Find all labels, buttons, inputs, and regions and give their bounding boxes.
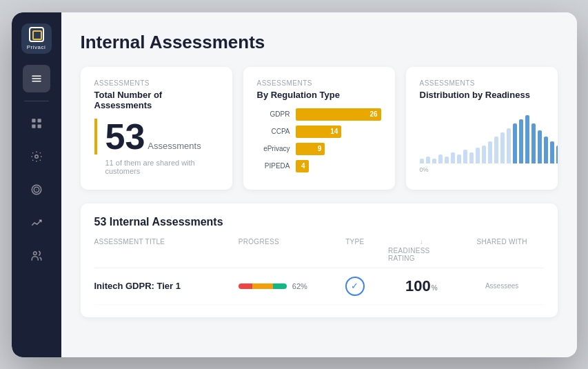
- reg-card-title: By Regulation Type: [257, 90, 381, 100]
- regulation-bars: GDPR 26 CCPA 14 ePrivacy 9 PIPEDA: [257, 108, 381, 172]
- bar-track: 9: [296, 143, 381, 155]
- svg-point-10: [36, 189, 37, 190]
- sidebar-item-target[interactable]: [23, 176, 50, 203]
- bar-track: 26: [296, 108, 381, 121]
- sidebar-item-grid[interactable]: [23, 110, 50, 137]
- progress-seg-yellow: [252, 283, 273, 289]
- dist-bar: [507, 128, 511, 163]
- bar-value: 9: [318, 145, 322, 152]
- bar-track: 4: [296, 160, 381, 172]
- dist-bar: [494, 137, 498, 163]
- bar-fill: 14: [296, 126, 342, 138]
- total-number-row: 53 Assessments: [94, 119, 219, 154]
- th-type: Type: [327, 238, 383, 262]
- total-subtext: 11 of them are shared with customers: [94, 159, 219, 175]
- svg-rect-0: [32, 75, 41, 77]
- cell-readiness: 100%: [388, 277, 455, 295]
- bar-label: PIPEDA: [257, 162, 290, 170]
- svg-rect-3: [32, 119, 35, 122]
- dist-bar: [476, 148, 480, 163]
- progress-seg-red: [239, 283, 252, 289]
- mini-progress-bar: [239, 283, 287, 289]
- bar-track: 14: [296, 126, 381, 138]
- th-progress: Progress: [239, 238, 322, 262]
- th-title: Assessment Title: [94, 238, 233, 262]
- svg-rect-4: [37, 119, 41, 122]
- app-logo[interactable]: Privaci: [21, 23, 52, 54]
- settings-icon: [30, 150, 43, 163]
- sort-icon: ↓: [420, 238, 423, 246]
- dist-zero-label: 0%: [420, 166, 544, 173]
- sidebar-divider-1: [24, 101, 49, 101]
- device-frame: Privaci: [12, 12, 577, 357]
- page-title: Internal Assessments: [81, 32, 558, 53]
- dist-bar: [519, 119, 523, 163]
- dist-bar: [451, 152, 455, 163]
- svg-point-11: [33, 252, 37, 255]
- grid-icon: [30, 117, 43, 130]
- dist-bar: [445, 157, 449, 163]
- bar-value: 26: [369, 110, 377, 118]
- bar-fill: 4: [296, 160, 309, 172]
- cell-assessment-title: Initech GDPR: Tier 1: [94, 281, 233, 291]
- dist-bar: [531, 123, 536, 163]
- cards-row: Assessments Total Number of Assessments …: [81, 67, 558, 190]
- dist-bar: [469, 152, 474, 163]
- dist-bar: [432, 159, 436, 163]
- dist-bar: [544, 137, 548, 163]
- table-title: 53 Internal Assessments: [94, 216, 544, 228]
- regulation-bar-row: CCPA 14: [257, 126, 381, 138]
- regulation-bar-row: PIPEDA 4: [257, 160, 381, 172]
- total-assessments-card: Assessments Total Number of Assessments …: [81, 67, 232, 190]
- main-content: Internal Assessments Assessments Total N…: [61, 12, 577, 357]
- sidebar-item-chart[interactable]: [23, 209, 50, 237]
- svg-rect-2: [32, 81, 41, 82]
- dist-bar: [482, 146, 486, 163]
- by-regulation-card: Assessments By Regulation Type GDPR 26 C…: [243, 67, 395, 190]
- bar-value: 14: [330, 128, 338, 135]
- dist-bar: [457, 154, 461, 163]
- distribution-chart: [420, 108, 544, 163]
- readiness-percent: %: [432, 284, 438, 292]
- distribution-card: Assessments Distribution by Readiness 0%: [406, 67, 558, 190]
- bar-fill: 9: [296, 143, 325, 155]
- total-card-label: Assessments: [94, 79, 219, 87]
- total-card-title: Total Number of Assessments: [94, 90, 219, 110]
- cell-type: ✓: [327, 277, 383, 296]
- app-container: Privaci: [12, 12, 577, 357]
- dist-bar: [550, 141, 554, 163]
- dist-bar: [438, 154, 443, 163]
- sidebar-item-settings[interactable]: [23, 143, 50, 170]
- reg-card-label: Assessments: [257, 79, 381, 87]
- table-body: Initech GDPR: Tier 1 62% ✓ 100% Assessee…: [94, 268, 544, 305]
- logo-icon: [29, 27, 44, 42]
- bar-fill: 26: [296, 108, 381, 121]
- dist-card-title: Distribution by Readiness: [420, 90, 544, 100]
- regulation-bar-row: GDPR 26: [257, 108, 381, 121]
- cell-shared: Assessees: [460, 282, 544, 290]
- dist-bar: [463, 150, 467, 163]
- svg-rect-6: [37, 124, 41, 128]
- svg-rect-1: [32, 78, 41, 79]
- dist-bar: [488, 141, 492, 163]
- table-row[interactable]: Initech GDPR: Tier 1 62% ✓ 100% Assessee…: [94, 268, 544, 305]
- dist-bar: [426, 157, 430, 163]
- dist-bar: [538, 130, 542, 163]
- chart-icon: [30, 217, 43, 229]
- svg-point-7: [34, 154, 38, 158]
- dist-bar: [525, 115, 529, 163]
- dist-bar: [500, 132, 505, 163]
- menu-icon: [30, 72, 43, 85]
- assessments-table: 53 Internal Assessments Assessment Title…: [81, 203, 558, 317]
- target-icon: [30, 183, 43, 196]
- bar-label: CCPA: [257, 128, 290, 135]
- dist-bar: [420, 159, 424, 163]
- sidebar-item-menu[interactable]: [23, 65, 50, 92]
- bar-label: GDPR: [257, 110, 290, 118]
- sidebar-item-users[interactable]: [23, 242, 50, 270]
- dist-bar: [556, 146, 558, 163]
- sidebar: Privaci: [12, 12, 61, 357]
- bar-label: ePrivacy: [257, 145, 290, 152]
- table-header: Assessment Title Progress Type ↓ Readine…: [94, 238, 544, 268]
- logo-text: Privaci: [27, 44, 46, 50]
